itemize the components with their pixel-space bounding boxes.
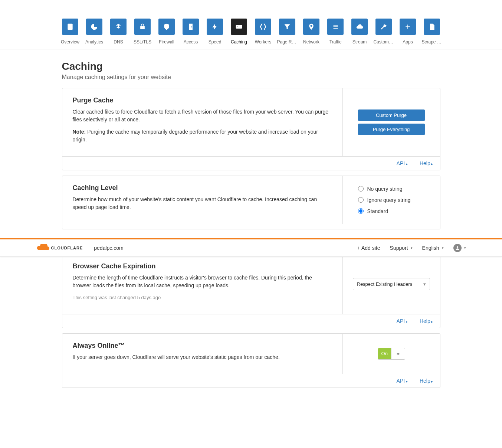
help-link[interactable]: Help bbox=[420, 318, 433, 324]
card-browser-cache: Browser Cache Expiration Determine the l… bbox=[62, 254, 440, 328]
nav-tab-firewall[interactable]: Firewall bbox=[157, 19, 177, 49]
nav-tab-scrapeshield[interactable]: Scrape S… bbox=[422, 19, 442, 49]
nav-tab-pagerules[interactable]: Page Rules bbox=[277, 19, 298, 49]
cloud-icon bbox=[351, 19, 368, 35]
radio-label: Standard bbox=[367, 208, 388, 214]
door-icon bbox=[183, 19, 199, 35]
note-prefix: Note: bbox=[73, 129, 86, 135]
lock-icon bbox=[134, 19, 151, 35]
radio-no-query[interactable]: No query string bbox=[358, 186, 403, 192]
nav-tab-speed[interactable]: Speed bbox=[205, 19, 225, 49]
plus-icon bbox=[400, 19, 416, 35]
card-title: Always Online™ bbox=[73, 342, 332, 350]
pie-chart-icon bbox=[86, 19, 102, 35]
nav-label: SSL/TLS bbox=[134, 39, 151, 45]
language-dropdown[interactable]: English bbox=[422, 245, 444, 251]
page-subtitle: Manage caching settings for your website bbox=[62, 74, 440, 81]
nav-label: Analytics bbox=[85, 39, 103, 45]
nav-tab-dns[interactable]: DNS bbox=[108, 19, 129, 49]
page-header: Caching Manage caching settings for your… bbox=[62, 49, 440, 88]
nav-label: Page Rules bbox=[277, 39, 298, 45]
pin-icon bbox=[303, 19, 319, 35]
nav-tab-stream[interactable]: Stream bbox=[350, 19, 370, 49]
add-site-link[interactable]: + Add site bbox=[357, 245, 380, 251]
api-link[interactable]: API bbox=[397, 160, 408, 166]
nav-tab-network[interactable]: Network bbox=[301, 19, 322, 49]
api-link[interactable]: API bbox=[397, 378, 408, 384]
toggle-on-label: On bbox=[378, 348, 392, 359]
toggle-handle-icon: ◂▸ bbox=[391, 348, 405, 359]
radio-input[interactable] bbox=[358, 208, 364, 214]
purge-everything-button[interactable]: Purge Everything bbox=[358, 124, 425, 135]
sticky-header: CLOUDFLARE pedalpc.com + Add site Suppor… bbox=[0, 238, 502, 257]
cloudflare-logo[interactable]: CLOUDFLARE bbox=[36, 244, 83, 252]
workers-icon bbox=[255, 19, 271, 35]
nav-label: Stream bbox=[352, 39, 367, 45]
plus-icon: + bbox=[357, 245, 360, 251]
drive-icon bbox=[231, 19, 247, 35]
nav-label: Firewall bbox=[159, 39, 174, 45]
cloud-logo-icon bbox=[36, 244, 51, 252]
always-online-toggle[interactable]: On ◂▸ bbox=[378, 348, 405, 360]
nav-label: Workers bbox=[255, 39, 271, 45]
shield-icon bbox=[158, 19, 175, 35]
nav-label: DNS bbox=[114, 39, 123, 45]
note-body: Purging the cache may temporarily degrad… bbox=[73, 129, 318, 143]
help-link[interactable]: Help bbox=[420, 160, 433, 166]
support-dropdown[interactable]: Support bbox=[390, 245, 413, 251]
radio-ignore-query[interactable]: Ignore query string bbox=[358, 197, 411, 203]
card-desc: If your server goes down, Cloudflare wil… bbox=[73, 353, 332, 361]
wrench-icon bbox=[375, 19, 392, 35]
nav-label: Network bbox=[303, 39, 319, 45]
card-note: Note: Purging the cache may temporarily … bbox=[73, 128, 332, 144]
network-icon bbox=[110, 19, 127, 35]
nav-tab-apps[interactable]: Apps bbox=[398, 19, 418, 49]
user-avatar-icon bbox=[453, 244, 462, 252]
radio-label: Ignore query string bbox=[367, 197, 411, 203]
nav-label: Scrape S… bbox=[422, 39, 442, 45]
card-caching-level: Caching Level Determine how much of your… bbox=[62, 176, 440, 229]
page-title: Caching bbox=[62, 61, 440, 72]
site-name[interactable]: pedalpc.com bbox=[94, 245, 123, 251]
radio-input[interactable] bbox=[358, 197, 364, 203]
nav-label: Overview bbox=[61, 39, 79, 45]
clipboard-icon bbox=[62, 19, 78, 35]
document-icon bbox=[424, 19, 440, 35]
funnel-icon bbox=[279, 19, 295, 35]
last-changed: This setting was last changed 5 days ago bbox=[73, 294, 332, 301]
card-desc: Clear cached files to force Cloudflare t… bbox=[73, 108, 332, 124]
api-link[interactable]: API bbox=[397, 318, 408, 324]
card-desc: Determine the length of time Cloudflare … bbox=[73, 274, 332, 290]
browser-cache-select[interactable]: Respect Existing Headers bbox=[353, 278, 430, 290]
custom-purge-button[interactable]: Custom Purge bbox=[358, 109, 425, 121]
help-link[interactable]: Help bbox=[420, 378, 433, 384]
nav-tab-caching[interactable]: Caching bbox=[229, 19, 249, 49]
list-icon bbox=[327, 19, 344, 35]
nav-tab-overview[interactable]: Overview bbox=[60, 19, 81, 49]
card-desc: Determine how much of your website's sta… bbox=[73, 196, 332, 211]
card-purge-cache: Purge Cache Clear cached files to force … bbox=[62, 88, 440, 170]
nav-tab-workers[interactable]: Workers bbox=[253, 19, 273, 49]
select-value: Respect Existing Headers bbox=[357, 281, 413, 287]
nav-label: Traffic bbox=[329, 39, 342, 45]
nav-label: Speed bbox=[209, 39, 222, 45]
svg-point-0 bbox=[456, 246, 458, 248]
nav-tab-traffic[interactable]: Traffic bbox=[325, 19, 346, 49]
nav-tab-custompages[interactable]: Custom P… bbox=[374, 19, 394, 49]
dashboard-nav: Overview Analytics DNS SSL/TLS Firewall … bbox=[0, 0, 502, 49]
nav-tab-analytics[interactable]: Analytics bbox=[84, 19, 105, 49]
card-title: Browser Cache Expiration bbox=[73, 262, 332, 270]
nav-label: Apps bbox=[403, 39, 413, 45]
nav-tab-access[interactable]: Access bbox=[181, 19, 201, 49]
radio-input[interactable] bbox=[358, 186, 364, 192]
add-site-label: Add site bbox=[361, 245, 380, 251]
nav-label: Custom P… bbox=[374, 39, 394, 45]
nav-label: Caching bbox=[231, 39, 247, 45]
card-always-online: Always Online™ If your server goes down,… bbox=[62, 333, 440, 388]
user-menu[interactable] bbox=[453, 244, 466, 252]
card-title: Caching Level bbox=[73, 184, 332, 192]
nav-tab-ssl[interactable]: SSL/TLS bbox=[132, 19, 153, 49]
radio-label: No query string bbox=[367, 186, 403, 192]
lightning-icon bbox=[207, 19, 223, 35]
radio-standard[interactable]: Standard bbox=[358, 208, 388, 214]
